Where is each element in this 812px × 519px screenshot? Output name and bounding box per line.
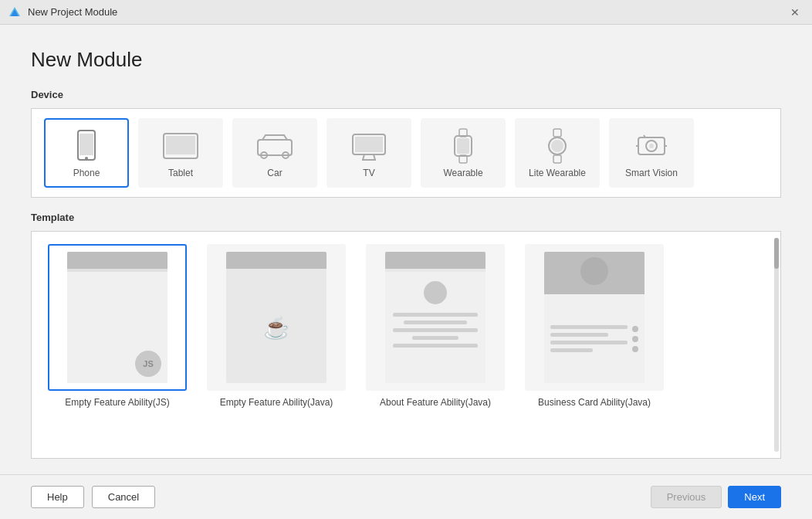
device-phone[interactable]: Phone	[44, 118, 129, 188]
device-lite-wearable[interactable]: Lite Wearable	[515, 118, 600, 188]
device-panel: Phone Tablet	[31, 108, 781, 198]
next-button[interactable]: Next	[728, 486, 781, 508]
device-tablet[interactable]: Tablet	[138, 118, 223, 188]
car-icon	[256, 131, 293, 161]
footer: Help Cancel Previous Next	[0, 474, 812, 519]
device-smart-vision[interactable]: Smart Vision	[609, 118, 694, 188]
tablet-icon	[162, 131, 199, 161]
template-empty-java-preview: ☕	[207, 244, 346, 391]
template-biz-java-label: Business Card Ability(Java)	[538, 397, 651, 408]
scrollbar[interactable]	[774, 238, 779, 452]
footer-right: Previous Next	[651, 486, 781, 508]
lite-wearable-icon	[539, 131, 576, 161]
device-smart-vision-label: Smart Vision	[625, 168, 678, 178]
template-empty-java-label: Empty Feature Ability(Java)	[220, 397, 333, 408]
template-about-java[interactable]: About Feature Ability(Java)	[362, 244, 509, 446]
device-car-label: Car	[267, 168, 282, 178]
svg-rect-3	[80, 134, 93, 155]
template-about-java-label: About Feature Ability(Java)	[380, 397, 491, 408]
device-tv[interactable]: TV	[326, 118, 411, 188]
device-wearable-label: Wearable	[443, 168, 482, 178]
coffee-icon: ☕	[226, 272, 326, 383]
help-button[interactable]: Help	[31, 486, 84, 508]
svg-point-25	[649, 144, 654, 148]
template-panel: JS Empty Feature Ability(JS) ☕ Empty	[31, 231, 781, 459]
device-wearable[interactable]: Wearable	[421, 118, 506, 188]
template-empty-java[interactable]: ☕ Empty Feature Ability(Java)	[203, 244, 350, 446]
svg-line-13	[374, 154, 375, 160]
svg-rect-6	[166, 136, 195, 154]
template-empty-js-label: Empty Feature Ability(JS)	[65, 397, 169, 408]
app-icon	[8, 5, 22, 19]
svg-line-12	[363, 154, 364, 160]
svg-point-20	[551, 140, 563, 152]
device-lite-wearable-label: Lite Wearable	[529, 168, 586, 178]
svg-rect-21	[553, 129, 561, 137]
template-biz-java-preview	[525, 244, 664, 391]
svg-rect-16	[457, 138, 469, 154]
template-about-java-preview	[366, 244, 505, 391]
previous-button[interactable]: Previous	[651, 486, 722, 508]
close-button[interactable]: ✕	[786, 5, 804, 20]
main-content: New Module Device Phone	[0, 25, 812, 474]
title-bar-text: New Project Module	[28, 6, 786, 18]
phone-icon	[68, 131, 105, 161]
device-tablet-label: Tablet	[168, 168, 193, 178]
cancel-button[interactable]: Cancel	[92, 486, 155, 508]
template-empty-js[interactable]: JS Empty Feature Ability(JS)	[44, 244, 191, 446]
title-bar: New Project Module ✕	[0, 0, 812, 25]
template-biz-java[interactable]: Business Card Ability(Java)	[521, 244, 668, 446]
svg-point-4	[85, 157, 88, 160]
device-car[interactable]: Car	[232, 118, 317, 188]
scrollbar-thumb[interactable]	[774, 238, 779, 269]
svg-rect-11	[355, 137, 383, 152]
device-tv-label: TV	[363, 168, 374, 178]
template-section: Template JS Empty Feature Ability(JS)	[31, 212, 781, 459]
footer-left: Help Cancel	[31, 486, 155, 508]
template-empty-js-preview: JS	[48, 244, 187, 391]
tv-icon	[350, 131, 387, 161]
window: New Project Module ✕ New Module Device P…	[0, 0, 812, 519]
wearable-icon	[445, 131, 482, 161]
js-icon: JS	[135, 351, 161, 377]
svg-rect-22	[553, 155, 561, 163]
page-title: New Module	[31, 48, 781, 72]
smart-vision-icon	[633, 131, 670, 161]
device-section-label: Device	[31, 89, 781, 100]
device-phone-label: Phone	[73, 168, 100, 178]
template-section-label: Template	[31, 212, 781, 223]
